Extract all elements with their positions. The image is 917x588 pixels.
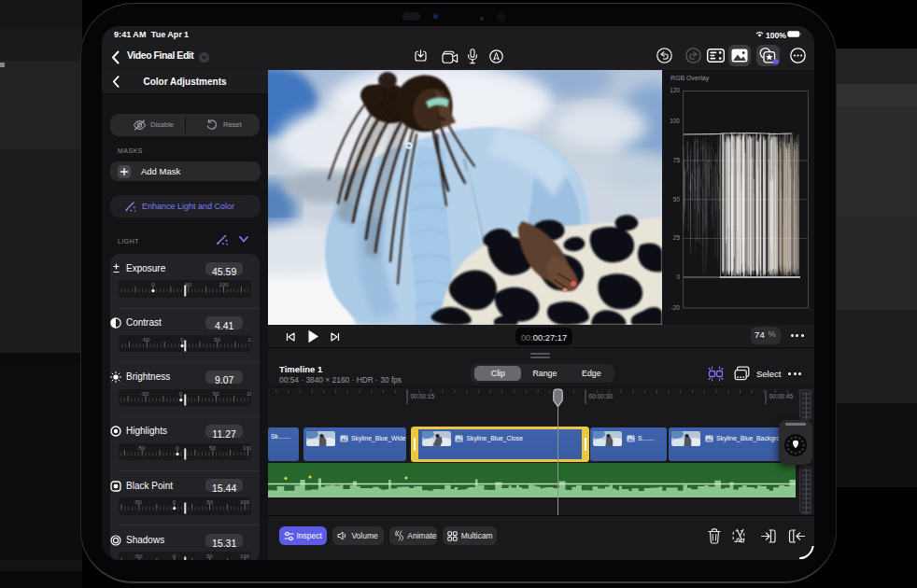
svg-text:50: 50 <box>209 444 216 451</box>
svg-text:50: 50 <box>214 336 220 343</box>
svg-text:-50: -50 <box>134 553 143 560</box>
svg-text:100: 100 <box>239 499 249 506</box>
svg-text:0: 0 <box>151 282 155 288</box>
svg-text:0: 0 <box>180 336 184 343</box>
svg-text:100: 100 <box>247 336 251 343</box>
svg-text:0: 0 <box>178 390 182 397</box>
svg-text:50: 50 <box>206 499 213 506</box>
svg-text:-50: -50 <box>136 444 146 451</box>
svg-text:00:00:45: 00:00:45 <box>769 393 794 399</box>
svg-text:00:00:15: 00:00:15 <box>411 393 435 399</box>
svg-text:100: 100 <box>243 444 251 451</box>
svg-text:-50: -50 <box>133 499 142 506</box>
svg-text:0: 0 <box>175 444 178 451</box>
svg-text:-50: -50 <box>141 336 150 343</box>
svg-text:0: 0 <box>172 553 176 560</box>
svg-text:100: 100 <box>239 553 249 560</box>
svg-text:50: 50 <box>212 390 219 397</box>
svg-text:100: 100 <box>219 282 229 288</box>
svg-text:0: 0 <box>172 499 176 506</box>
svg-text:100: 100 <box>246 390 250 397</box>
svg-text:50: 50 <box>205 553 212 560</box>
svg-text:-50: -50 <box>140 390 149 397</box>
svg-text:00:00:30: 00:00:30 <box>589 393 614 399</box>
svg-text:50: 50 <box>185 282 191 288</box>
